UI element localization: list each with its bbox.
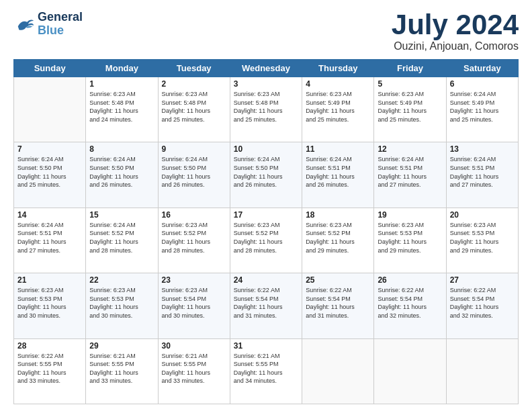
logo-icon bbox=[13, 15, 35, 34]
weekday-header: Saturday bbox=[446, 60, 518, 77]
calendar-day-cell: 11Sunrise: 6:24 AM Sunset: 5:51 PM Dayli… bbox=[302, 142, 374, 208]
day-info: Sunrise: 6:22 AM Sunset: 5:54 PM Dayligh… bbox=[306, 286, 370, 320]
day-number: 26 bbox=[378, 275, 442, 285]
calendar-day-cell: 7Sunrise: 6:24 AM Sunset: 5:50 PM Daylig… bbox=[14, 142, 86, 208]
day-number: 23 bbox=[162, 275, 226, 285]
day-info: Sunrise: 6:23 AM Sunset: 5:52 PM Dayligh… bbox=[234, 221, 298, 255]
calendar-day-cell: 2Sunrise: 6:23 AM Sunset: 5:48 PM Daylig… bbox=[158, 77, 230, 142]
day-info: Sunrise: 6:23 AM Sunset: 5:48 PM Dayligh… bbox=[162, 90, 226, 124]
calendar-day-cell: 25Sunrise: 6:22 AM Sunset: 5:54 PM Dayli… bbox=[302, 273, 374, 338]
day-info: Sunrise: 6:24 AM Sunset: 5:49 PM Dayligh… bbox=[450, 90, 515, 124]
day-number: 2 bbox=[162, 79, 226, 89]
day-info: Sunrise: 6:24 AM Sunset: 5:52 PM Dayligh… bbox=[89, 221, 154, 255]
day-number: 12 bbox=[378, 144, 442, 154]
calendar-day-cell: 24Sunrise: 6:22 AM Sunset: 5:54 PM Dayli… bbox=[230, 273, 302, 338]
logo: General Blue bbox=[13, 11, 83, 38]
day-info: Sunrise: 6:22 AM Sunset: 5:54 PM Dayligh… bbox=[234, 286, 298, 320]
day-info: Sunrise: 6:23 AM Sunset: 5:52 PM Dayligh… bbox=[306, 221, 370, 255]
day-info: Sunrise: 6:23 AM Sunset: 5:53 PM Dayligh… bbox=[378, 221, 442, 255]
calendar-day-cell: 20Sunrise: 6:23 AM Sunset: 5:53 PM Dayli… bbox=[446, 208, 518, 273]
month-title: July 2024 bbox=[392, 11, 519, 39]
calendar-day-cell: 31Sunrise: 6:21 AM Sunset: 5:55 PM Dayli… bbox=[230, 338, 302, 404]
calendar-day-cell bbox=[14, 77, 86, 142]
weekday-header: Monday bbox=[86, 60, 158, 77]
day-number: 15 bbox=[89, 210, 154, 220]
calendar-day-cell: 21Sunrise: 6:23 AM Sunset: 5:53 PM Dayli… bbox=[14, 273, 86, 338]
weekday-header: Wednesday bbox=[230, 60, 302, 77]
day-number: 6 bbox=[450, 79, 515, 89]
day-number: 29 bbox=[89, 341, 154, 351]
calendar-day-cell: 30Sunrise: 6:21 AM Sunset: 5:55 PM Dayli… bbox=[158, 338, 230, 404]
calendar-week-row: 21Sunrise: 6:23 AM Sunset: 5:53 PM Dayli… bbox=[14, 273, 519, 338]
weekday-header: Friday bbox=[374, 60, 446, 77]
weekday-header: Sunday bbox=[14, 60, 86, 77]
calendar-day-cell: 9Sunrise: 6:24 AM Sunset: 5:50 PM Daylig… bbox=[158, 142, 230, 208]
calendar-day-cell: 3Sunrise: 6:23 AM Sunset: 5:48 PM Daylig… bbox=[230, 77, 302, 142]
day-info: Sunrise: 6:22 AM Sunset: 5:54 PM Dayligh… bbox=[450, 286, 515, 320]
day-info: Sunrise: 6:23 AM Sunset: 5:53 PM Dayligh… bbox=[450, 221, 515, 255]
calendar-day-cell: 12Sunrise: 6:24 AM Sunset: 5:51 PM Dayli… bbox=[374, 142, 446, 208]
calendar-day-cell: 22Sunrise: 6:23 AM Sunset: 5:53 PM Dayli… bbox=[86, 273, 158, 338]
day-info: Sunrise: 6:23 AM Sunset: 5:48 PM Dayligh… bbox=[89, 90, 154, 124]
day-info: Sunrise: 6:21 AM Sunset: 5:55 PM Dayligh… bbox=[89, 352, 154, 385]
day-number: 14 bbox=[17, 210, 82, 220]
calendar-week-row: 7Sunrise: 6:24 AM Sunset: 5:50 PM Daylig… bbox=[14, 142, 519, 208]
day-number: 8 bbox=[89, 144, 154, 154]
day-info: Sunrise: 6:24 AM Sunset: 5:51 PM Dayligh… bbox=[450, 155, 515, 189]
day-info: Sunrise: 6:23 AM Sunset: 5:53 PM Dayligh… bbox=[89, 286, 154, 320]
day-info: Sunrise: 6:23 AM Sunset: 5:52 PM Dayligh… bbox=[162, 221, 226, 255]
day-number: 21 bbox=[17, 275, 82, 285]
day-number: 13 bbox=[450, 144, 515, 154]
day-info: Sunrise: 6:23 AM Sunset: 5:49 PM Dayligh… bbox=[378, 90, 442, 124]
day-number: 22 bbox=[89, 275, 154, 285]
day-info: Sunrise: 6:23 AM Sunset: 5:48 PM Dayligh… bbox=[234, 90, 298, 124]
day-info: Sunrise: 6:24 AM Sunset: 5:51 PM Dayligh… bbox=[378, 155, 442, 189]
day-info: Sunrise: 6:24 AM Sunset: 5:51 PM Dayligh… bbox=[17, 221, 82, 255]
page: General Blue July 2024 Ouzini, Anjouan, … bbox=[0, 0, 532, 411]
calendar-day-cell: 23Sunrise: 6:23 AM Sunset: 5:54 PM Dayli… bbox=[158, 273, 230, 338]
day-info: Sunrise: 6:24 AM Sunset: 5:50 PM Dayligh… bbox=[89, 155, 154, 189]
calendar-week-row: 28Sunrise: 6:22 AM Sunset: 5:55 PM Dayli… bbox=[14, 338, 519, 404]
day-number: 10 bbox=[234, 144, 298, 154]
day-number: 17 bbox=[234, 210, 298, 220]
calendar-day-cell: 5Sunrise: 6:23 AM Sunset: 5:49 PM Daylig… bbox=[374, 77, 446, 142]
calendar-day-cell: 17Sunrise: 6:23 AM Sunset: 5:52 PM Dayli… bbox=[230, 208, 302, 273]
day-info: Sunrise: 6:24 AM Sunset: 5:51 PM Dayligh… bbox=[306, 155, 370, 189]
logo-line2: Blue bbox=[38, 24, 83, 38]
day-number: 27 bbox=[450, 275, 515, 285]
calendar-day-cell: 8Sunrise: 6:24 AM Sunset: 5:50 PM Daylig… bbox=[86, 142, 158, 208]
calendar-day-cell bbox=[374, 338, 446, 404]
day-info: Sunrise: 6:22 AM Sunset: 5:55 PM Dayligh… bbox=[17, 352, 82, 385]
calendar-day-cell: 19Sunrise: 6:23 AM Sunset: 5:53 PM Dayli… bbox=[374, 208, 446, 273]
calendar-header-row: SundayMondayTuesdayWednesdayThursdayFrid… bbox=[14, 60, 519, 77]
calendar-day-cell: 28Sunrise: 6:22 AM Sunset: 5:55 PM Dayli… bbox=[14, 338, 86, 404]
location: Ouzini, Anjouan, Comoros bbox=[392, 40, 519, 52]
calendar-week-row: 1Sunrise: 6:23 AM Sunset: 5:48 PM Daylig… bbox=[14, 77, 519, 142]
calendar-day-cell: 14Sunrise: 6:24 AM Sunset: 5:51 PM Dayli… bbox=[14, 208, 86, 273]
day-number: 25 bbox=[306, 275, 370, 285]
calendar-day-cell bbox=[446, 338, 518, 404]
calendar-day-cell: 10Sunrise: 6:24 AM Sunset: 5:50 PM Dayli… bbox=[230, 142, 302, 208]
calendar-day-cell: 29Sunrise: 6:21 AM Sunset: 5:55 PM Dayli… bbox=[86, 338, 158, 404]
day-number: 24 bbox=[234, 275, 298, 285]
calendar-day-cell: 4Sunrise: 6:23 AM Sunset: 5:49 PM Daylig… bbox=[302, 77, 374, 142]
day-number: 18 bbox=[306, 210, 370, 220]
day-number: 1 bbox=[89, 79, 154, 89]
calendar-day-cell: 27Sunrise: 6:22 AM Sunset: 5:54 PM Dayli… bbox=[446, 273, 518, 338]
day-number: 28 bbox=[17, 341, 82, 351]
day-number: 5 bbox=[378, 79, 442, 89]
day-number: 30 bbox=[162, 341, 226, 351]
day-number: 11 bbox=[306, 144, 370, 154]
calendar-week-row: 14Sunrise: 6:24 AM Sunset: 5:51 PM Dayli… bbox=[14, 208, 519, 273]
day-info: Sunrise: 6:24 AM Sunset: 5:50 PM Dayligh… bbox=[162, 155, 226, 189]
calendar-day-cell: 15Sunrise: 6:24 AM Sunset: 5:52 PM Dayli… bbox=[86, 208, 158, 273]
day-info: Sunrise: 6:24 AM Sunset: 5:50 PM Dayligh… bbox=[17, 155, 82, 189]
header: General Blue July 2024 Ouzini, Anjouan, … bbox=[13, 11, 519, 52]
calendar-day-cell bbox=[302, 338, 374, 404]
day-number: 4 bbox=[306, 79, 370, 89]
day-info: Sunrise: 6:21 AM Sunset: 5:55 PM Dayligh… bbox=[162, 352, 226, 385]
calendar-day-cell: 13Sunrise: 6:24 AM Sunset: 5:51 PM Dayli… bbox=[446, 142, 518, 208]
day-info: Sunrise: 6:23 AM Sunset: 5:54 PM Dayligh… bbox=[162, 286, 226, 320]
calendar-day-cell: 18Sunrise: 6:23 AM Sunset: 5:52 PM Dayli… bbox=[302, 208, 374, 273]
title-block: July 2024 Ouzini, Anjouan, Comoros bbox=[392, 11, 519, 52]
